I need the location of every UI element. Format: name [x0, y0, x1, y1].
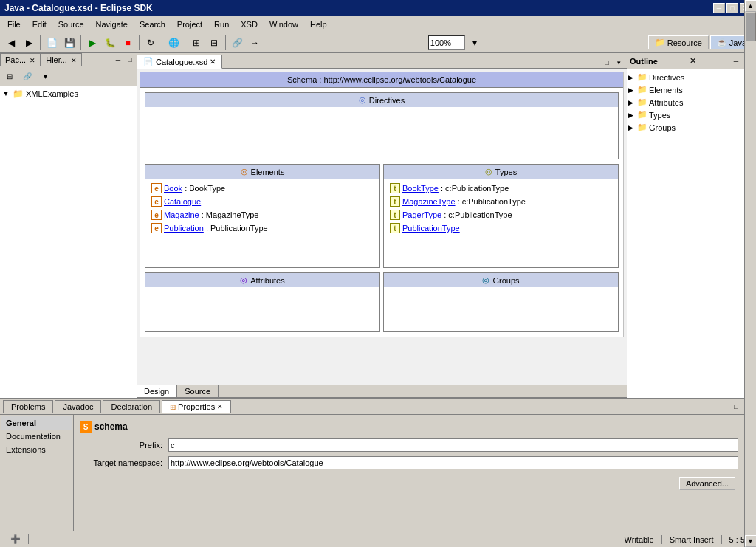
- menu-help[interactable]: Help: [304, 18, 333, 30]
- close-package-tab[interactable]: ✕: [30, 57, 35, 64]
- outline-types-label: Types: [649, 111, 670, 120]
- menu-edit[interactable]: Edit: [27, 18, 52, 30]
- resource-perspective-btn[interactable]: 📁 Resource: [648, 35, 709, 49]
- menu-window[interactable]: Window: [264, 18, 304, 30]
- element-magazine[interactable]: e Magazine : MagazineType: [148, 208, 377, 221]
- props-nav-general[interactable]: General: [1, 416, 72, 430]
- close-hierarchy-tab[interactable]: ✕: [71, 57, 77, 64]
- tree-root[interactable]: ▼ 📁 XMLExamples: [1, 88, 135, 100]
- tab-source[interactable]: Source: [177, 385, 219, 397]
- props-nav-documentation[interactable]: Documentation: [1, 430, 72, 443]
- toolbar-new[interactable]: 📄: [44, 35, 60, 51]
- link-editor-btn[interactable]: 🔗: [19, 68, 35, 84]
- elements-body: e Book : BookType e Catalogue e: [145, 179, 379, 267]
- outline-folder-attributes: 📁: [637, 97, 647, 107]
- toolbar-back[interactable]: ◀: [3, 35, 19, 51]
- element-book[interactable]: e Book : BookType: [148, 182, 377, 195]
- properties-form: S schema Prefix: Target namespace: Advan…: [74, 415, 744, 531]
- menu-project[interactable]: Project: [171, 18, 208, 30]
- minimize-button[interactable]: ─: [713, 3, 725, 13]
- element-catalogue[interactable]: e Catalogue: [148, 195, 377, 208]
- element-publication[interactable]: e Publication : PublicationType: [148, 221, 377, 235]
- outline-types[interactable]: ▶ 📁 Types: [628, 109, 755, 121]
- tab-package-explorer[interactable]: Pac... ✕: [0, 53, 41, 66]
- outline-elements[interactable]: ▶ 📁 Elements: [628, 83, 755, 96]
- tab-declaration[interactable]: Declaration: [103, 400, 160, 413]
- properties-tab-close[interactable]: ✕: [217, 403, 223, 410]
- toolbar-sep-5: [185, 35, 185, 50]
- outline-close[interactable]: ✕: [690, 56, 696, 66]
- xsd-canvas-wrapper: Schema : http://www.eclipse.org/webtools…: [137, 69, 627, 385]
- tree-expander[interactable]: ▼: [1, 89, 10, 98]
- folder-icon: 📁: [13, 89, 24, 99]
- type-pagertype-label: PagerType : c:PublicationType: [402, 210, 512, 219]
- editor-minimize[interactable]: ─: [590, 58, 600, 68]
- menu-source[interactable]: Source: [52, 18, 90, 30]
- menu-navigate[interactable]: Navigate: [90, 18, 134, 30]
- prefix-input[interactable]: [168, 438, 738, 452]
- outline-expand-groups[interactable]: ▶: [628, 124, 636, 131]
- menu-file[interactable]: File: [1, 18, 27, 30]
- left-panel-menu[interactable]: ▾: [37, 68, 53, 84]
- maximize-button[interactable]: □: [726, 3, 738, 13]
- groups-section: ◎ Groups: [383, 272, 619, 332]
- toolbar-stop[interactable]: ■: [120, 35, 136, 51]
- outline-expand-elements[interactable]: ▶: [628, 86, 636, 94]
- tab-properties[interactable]: ⊞ Properties ✕: [162, 400, 231, 413]
- namespace-input[interactable]: [168, 456, 738, 469]
- outline-expand-directives[interactable]: ▶: [628, 74, 636, 81]
- type-magazinetype[interactable]: t MagazineType : c:PublicationType: [387, 195, 615, 208]
- tab-problems[interactable]: Problems: [3, 400, 53, 413]
- zoom-dropdown[interactable]: ▾: [467, 35, 483, 51]
- left-panel-tabs: Pac... ✕ Hier... ✕ ─ □: [0, 53, 137, 66]
- toolbar-refresh[interactable]: ↻: [142, 35, 159, 51]
- toolbar-arrow[interactable]: →: [247, 35, 263, 51]
- outline-directives[interactable]: ▶ 📁 Directives: [628, 71, 755, 83]
- status-insert: Smart Insert: [662, 535, 722, 544]
- toolbar-link[interactable]: 🔗: [229, 35, 245, 51]
- type-booktype[interactable]: t BookType : c:PublicationType: [387, 182, 615, 195]
- outline-attributes[interactable]: ▶ 📁 Attributes: [628, 96, 755, 109]
- toolbar-run[interactable]: ▶: [84, 35, 100, 51]
- type-magazinetype-label: MagazineType : c:PublicationType: [402, 197, 526, 206]
- left-panel-maximize[interactable]: □: [125, 55, 135, 65]
- tab-hierarchy[interactable]: Hier... ✕: [41, 53, 82, 66]
- elements-section: ◎ Elements e Book : BookType e: [145, 164, 380, 268]
- toolbar-misc2[interactable]: ⊟: [206, 35, 222, 51]
- element-book-label: Book : BookType: [164, 184, 225, 193]
- props-nav-extensions[interactable]: Extensions: [1, 443, 72, 456]
- collapse-all-btn[interactable]: ⊟: [1, 68, 18, 84]
- toolbar-misc1[interactable]: ⊞: [188, 35, 205, 51]
- outline-expand-attributes[interactable]: ▶: [628, 99, 636, 106]
- prefix-field: Prefix:: [80, 438, 738, 452]
- outline-expand-types[interactable]: ▶: [628, 111, 636, 119]
- advanced-button[interactable]: Advanced...: [679, 477, 735, 490]
- toolbar-save[interactable]: 💾: [61, 35, 78, 51]
- toolbar-globe[interactable]: 🌐: [165, 35, 182, 51]
- groups-body: [384, 287, 618, 331]
- zoom-input[interactable]: [428, 35, 465, 50]
- props-minimize[interactable]: ─: [719, 402, 729, 412]
- menu-xsd[interactable]: XSD: [235, 18, 264, 30]
- catalogue-tab-icon: 📄: [143, 57, 154, 66]
- outline-directives-label: Directives: [649, 73, 684, 82]
- outline-tree: ▶ 📁 Directives ▶ 📁 Elements ▶ 📁 Attribut…: [627, 69, 756, 398]
- editor-tab-catalogue[interactable]: 📄 Catalogue.xsd ✕: [137, 55, 222, 69]
- catalogue-tab-close[interactable]: ✕: [210, 58, 216, 66]
- toolbar-debug[interactable]: 🐛: [102, 35, 118, 51]
- tab-design[interactable]: Design: [137, 385, 177, 397]
- menu-run[interactable]: Run: [208, 18, 235, 30]
- outline-minimize[interactable]: ─: [731, 56, 741, 66]
- toolbar-forward[interactable]: ▶: [21, 35, 37, 51]
- type-publicationtype[interactable]: t PublicationType: [387, 221, 615, 235]
- outline-groups[interactable]: ▶ 📁 Groups: [628, 121, 755, 134]
- menu-search[interactable]: Search: [134, 18, 171, 30]
- editor-maximize[interactable]: □: [602, 58, 612, 68]
- groups-header: ◎ Groups: [384, 273, 618, 287]
- type-pagertype[interactable]: t PagerType : c:PublicationType: [387, 208, 615, 221]
- toolbar-sep-3: [139, 35, 140, 50]
- tab-javadoc[interactable]: Javadoc: [55, 400, 101, 413]
- props-maximize[interactable]: □: [731, 402, 741, 412]
- editor-menu[interactable]: ▾: [614, 58, 624, 68]
- left-panel-minimize[interactable]: ─: [113, 55, 123, 65]
